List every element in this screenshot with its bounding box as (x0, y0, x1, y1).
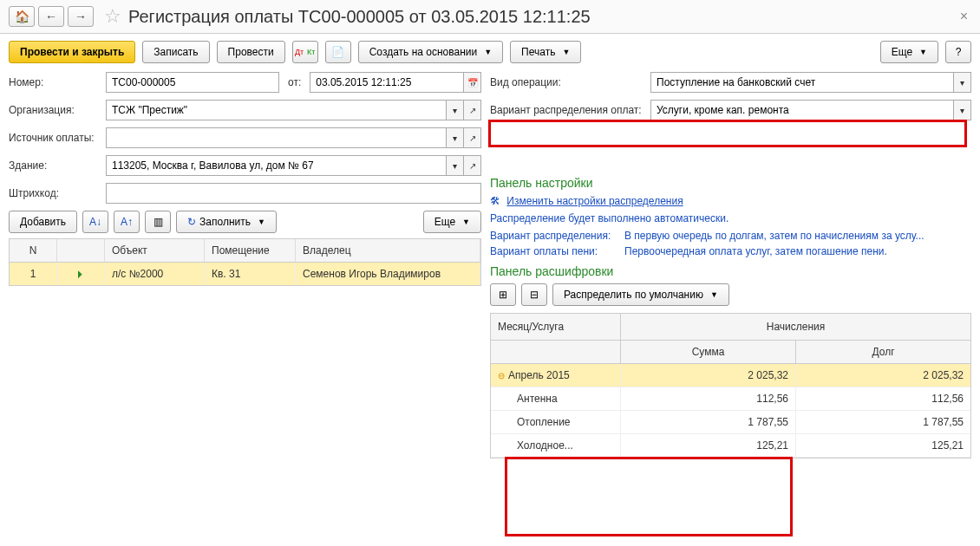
fill-button[interactable]: ↻ Заполнить▼ (176, 211, 277, 233)
number-label: Номер: (9, 76, 106, 88)
optype-label: Вид операции: (490, 76, 650, 88)
commit-close-button[interactable]: Провести и закрыть (9, 41, 135, 63)
collapse-icon[interactable]: ⊖ (498, 371, 505, 380)
from-label: от: (279, 76, 310, 88)
date-field[interactable] (310, 72, 464, 93)
page-title: Регистрация оплаты ТС00-000005 от 03.05.… (128, 7, 591, 27)
detail-row-group[interactable]: ⊖Апрель 2015 2 025,32 2 025,32 (491, 364, 970, 387)
building-label: Здание: (9, 159, 106, 172)
col-icon (57, 239, 105, 262)
settings-panel-title: Панель настройки (490, 176, 971, 190)
detail-row[interactable]: Отопление 1 787,55 1 787,55 (491, 411, 970, 434)
dist-variant-label: Вариант распределения: (490, 230, 624, 242)
report-button[interactable]: 📄 (325, 41, 351, 63)
col-month[interactable]: Месяц/Услуга (491, 314, 621, 340)
col-room[interactable]: Помещение (205, 239, 296, 262)
variant-field[interactable] (650, 100, 954, 120)
close-button[interactable]: × (960, 9, 968, 24)
col-n[interactable]: N (10, 239, 57, 262)
highlight-annotation-2 (505, 457, 793, 536)
distribute-button[interactable]: Распределить по умолчанию▼ (552, 283, 729, 306)
org-open-icon[interactable]: ↗ (464, 100, 481, 120)
detail-panel-title: Панель расшифровки (490, 264, 971, 278)
expand-all-button[interactable]: ⊞ (490, 283, 516, 306)
barcode-field[interactable] (106, 183, 481, 204)
detail-row[interactable]: Холодное... 125,21 125,21 (491, 434, 970, 458)
auto-text: Распределение будет выполнено автоматиче… (490, 212, 971, 224)
add-button[interactable]: Добавить (9, 211, 77, 233)
save-button[interactable]: Записать (142, 41, 209, 63)
detail-grid: Месяц/Услуга Начисления Сумма Долг ⊖Апре… (490, 313, 971, 458)
barcode-button[interactable]: ▥ (145, 211, 171, 233)
accounts-grid: N Объект Помещение Владелец 1 ⏵ л/с №200… (9, 238, 481, 286)
help-button[interactable]: ? (945, 41, 971, 63)
source-dropdown-icon[interactable]: ▾ (447, 127, 464, 148)
col-charges[interactable]: Начисления (621, 314, 970, 340)
row-flag-icon: ⏵ (57, 263, 105, 285)
col-owner[interactable]: Владелец (296, 239, 480, 262)
dt-kt-button[interactable]: ДтКт (292, 41, 318, 63)
wrench-icon: 🛠 (490, 195, 500, 207)
source-label: Источник оплаты: (9, 132, 106, 144)
building-open-icon[interactable]: ↗ (464, 155, 481, 176)
cell-owner: Семенов Игорь Владимиров (296, 263, 480, 285)
more-button[interactable]: Еще▼ (880, 41, 938, 63)
source-open-icon[interactable]: ↗ (464, 127, 481, 148)
variant-dropdown-icon[interactable]: ▾ (954, 100, 971, 120)
cell-obj: л/с №2000 (105, 263, 205, 285)
create-based-button[interactable]: Создать на основании▼ (358, 41, 503, 63)
more2-button[interactable]: Еще▼ (423, 211, 481, 233)
barcode-label: Штрихкод: (9, 187, 106, 199)
change-settings-link[interactable]: Изменить настройки распределения (506, 195, 683, 207)
col-sum[interactable]: Сумма (621, 341, 796, 363)
commit-button[interactable]: Провести (217, 41, 285, 63)
cell-n: 1 (10, 263, 57, 285)
sort-asc-button[interactable]: A↓ (82, 211, 108, 233)
source-field[interactable] (106, 127, 447, 148)
favorite-icon[interactable]: ☆ (104, 5, 121, 28)
home-button[interactable]: 🏠 (9, 6, 35, 27)
back-button[interactable]: ← (38, 6, 64, 27)
peni-label: Вариант оплаты пени: (490, 245, 624, 257)
cell-room: Кв. 31 (205, 263, 296, 285)
table-row[interactable]: 1 ⏵ л/с №2000 Кв. 31 Семенов Игорь Влади… (10, 263, 480, 285)
org-dropdown-icon[interactable]: ▾ (447, 100, 464, 120)
building-dropdown-icon[interactable]: ▾ (447, 155, 464, 176)
peni-value: Первоочередная оплата услуг, затем погаш… (624, 245, 887, 257)
number-field[interactable] (106, 72, 279, 93)
calendar-icon[interactable]: 📅 (464, 72, 481, 93)
sort-desc-button[interactable]: A↑ (114, 211, 140, 233)
forward-button[interactable]: → (68, 6, 94, 27)
optype-dropdown-icon[interactable]: ▾ (954, 72, 971, 93)
building-field[interactable] (106, 155, 447, 176)
col-object[interactable]: Объект (105, 239, 205, 262)
optype-field[interactable] (650, 72, 954, 93)
variant-label: Вариант распределения оплат: (490, 104, 650, 116)
print-button[interactable]: Печать▼ (510, 41, 581, 63)
detail-row[interactable]: Антенна 112,56 112,56 (491, 387, 970, 411)
col-debt[interactable]: Долг (796, 341, 970, 363)
org-label: Организация: (9, 104, 106, 116)
dist-variant-value: В первую очередь по долгам, затем по нач… (624, 230, 924, 242)
collapse-all-button[interactable]: ⊟ (521, 283, 547, 306)
org-field[interactable] (106, 100, 447, 120)
